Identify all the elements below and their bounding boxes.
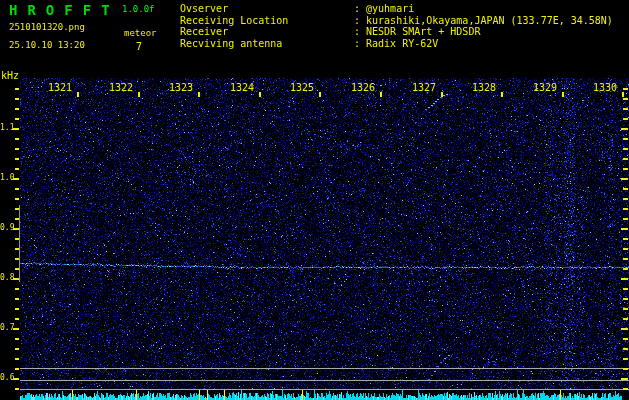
output-filename: 2510101320.png [9,22,85,32]
info-row-0: Ovserver: @yuhmari [180,3,613,15]
info-label: Ovserver [180,3,354,15]
time-tick-label-1327: 1327 [412,82,436,93]
info-label: Receiving Location [180,15,354,27]
freq-tick-label-0.9: 0.9 [0,223,13,232]
app-title: HROFFT [9,2,120,18]
timestamp: 25.10.10 13:20 [9,40,85,50]
time-tick-label-1323: 1323 [169,82,193,93]
time-tick-label-1329: 1329 [533,82,557,93]
time-tick-label-1325: 1325 [290,82,314,93]
info-row-3: Recviving antenna: Radix RY-62V [180,38,613,50]
freq-tick-label-1.1: 1.1 [0,123,13,132]
info-label: Recviving antenna [180,38,354,50]
time-tick-label-1324: 1324 [230,82,254,93]
info-value: : Radix RY-62V [354,38,438,49]
info-value: : kurashiki,Okayama,JAPAN (133.77E, 34.5… [354,15,613,26]
freq-tick-label-1.0: 1.0 [0,173,13,182]
mode-label: meteor [124,28,157,38]
freq-tick-label-0.6: 0.6 [0,373,13,382]
freq-tick-label-0.8: 0.8 [0,273,13,282]
info-row-2: Receiver: NESDR SMArt + HDSDR [180,26,613,38]
freq-tick-label-0.7: 0.7 [0,323,13,332]
observer-info-block: Ovserver: @yuhmariReceiving Location: ku… [180,3,613,49]
time-tick-label-1330: 1330 [593,82,617,93]
spectrogram-canvas [0,0,629,400]
info-row-1: Receiving Location: kurashiki,Okayama,JA… [180,15,613,27]
info-value: : NESDR SMArt + HDSDR [354,26,480,37]
time-tick-label-1322: 1322 [109,82,133,93]
time-tick-label-1328: 1328 [472,82,496,93]
app-version: 1.0.0f [122,4,155,14]
hrofft-output: HROFFT 1.0.0f 2510101320.png meteor 25.1… [0,0,629,400]
info-value: : @yuhmari [354,3,414,14]
freq-axis-unit-label: kHz [1,70,19,81]
time-tick-label-1321: 1321 [48,82,72,93]
time-tick-label-1326: 1326 [351,82,375,93]
info-label: Receiver [180,26,354,38]
meteor-count: 7 [136,41,142,52]
